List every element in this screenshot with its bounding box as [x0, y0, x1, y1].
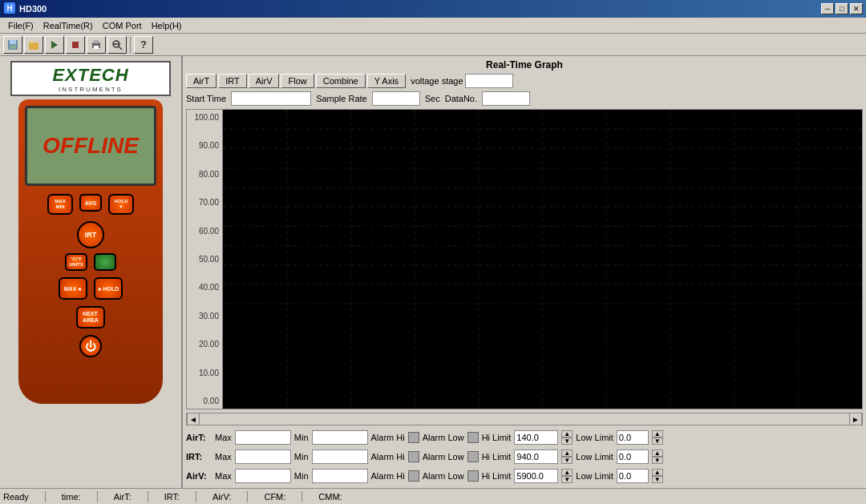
- voltage-label: voltage stage: [411, 76, 463, 86]
- tab-irt[interactable]: IRT: [218, 74, 247, 88]
- hi-limit-input-2[interactable]: [514, 469, 558, 483]
- close-button[interactable]: ✕: [850, 3, 863, 14]
- status-sep5: [247, 491, 248, 502]
- y-axis-label: 90.00: [188, 141, 221, 150]
- data-row: AirT: Max Min Alarm Hi Alarm Low Hi Limi…: [186, 429, 863, 446]
- alarm-low-label-0: Alarm Low: [423, 433, 464, 442]
- max-left-button[interactable]: MAX◄: [59, 277, 87, 300]
- hi-limit-up-2[interactable]: ▲: [561, 469, 573, 476]
- toolbar-open-button[interactable]: [24, 36, 43, 54]
- hi-limit-down-0[interactable]: ▼: [561, 437, 573, 445]
- title-bar-title: HD300: [19, 4, 818, 14]
- low-limit-down-2[interactable]: ▼: [652, 476, 663, 483]
- sample-rate-input[interactable]: [372, 91, 420, 106]
- low-limit-input-1[interactable]: [617, 450, 649, 464]
- next-area-button[interactable]: NEXTAREA: [76, 306, 105, 329]
- alarm-hi-box-0: [408, 432, 419, 443]
- svg-line-13: [119, 46, 122, 50]
- tab-flow[interactable]: Flow: [281, 74, 314, 88]
- tab-airv[interactable]: AirV: [249, 74, 280, 88]
- toolbar-print-button[interactable]: [87, 36, 106, 54]
- status-irt-label: IRT:: [164, 492, 180, 502]
- scroll-left-arrow[interactable]: ◄: [187, 413, 200, 425]
- hi-limit-input-0[interactable]: [514, 430, 558, 445]
- status-sep1: [45, 491, 46, 502]
- hold-button[interactable]: HOLD▼: [108, 194, 134, 215]
- green-button[interactable]: [94, 253, 116, 271]
- low-limit-spinner-0[interactable]: ▲ ▼: [652, 430, 663, 445]
- status-sep3: [148, 491, 148, 502]
- min-input-1[interactable]: [312, 450, 368, 464]
- toolbar-stop-button[interactable]: [66, 36, 85, 54]
- data-rows: AirT: Max Min Alarm Hi Alarm Low Hi Limi…: [186, 429, 863, 485]
- low-limit-up-0[interactable]: ▲: [652, 430, 663, 437]
- low-limit-input-0[interactable]: [617, 430, 649, 445]
- toolbar-zoom-button[interactable]: [107, 36, 127, 54]
- scroll-track[interactable]: [200, 413, 849, 425]
- toolbar-help-button[interactable]: ?: [134, 36, 153, 54]
- y-axis-label: 30.00: [188, 312, 221, 321]
- minimize-button[interactable]: ─: [821, 3, 834, 14]
- brand-name: EXTECH: [52, 65, 128, 86]
- y-axis-label: 80.00: [188, 170, 221, 179]
- low-limit-up-1[interactable]: ▲: [652, 450, 663, 457]
- hi-limit-up-1[interactable]: ▲: [561, 450, 573, 457]
- menu-file[interactable]: File(F): [3, 19, 38, 32]
- voltage-input[interactable]: [465, 74, 513, 88]
- toolbar-separator: [130, 37, 131, 53]
- device-body: OFFLINE MAXMIN AVG HOLD▼ IRT °C/°FUNITS: [18, 99, 163, 404]
- graph-grid-svg: [223, 110, 862, 409]
- hi-limit-spinner-2[interactable]: ▲ ▼: [561, 469, 573, 483]
- hi-limit-label-1: Hi Limit: [482, 452, 512, 462]
- hi-limit-spinner-1[interactable]: ▲ ▼: [561, 450, 573, 464]
- hi-limit-input-1[interactable]: [514, 450, 558, 464]
- low-limit-down-0[interactable]: ▼: [652, 437, 663, 445]
- data-no-label: DataNo.: [445, 94, 477, 103]
- y-axis-label: 70.00: [188, 198, 221, 207]
- menu-bar: File(F) RealTime(R) COM Port Help(H): [0, 18, 866, 34]
- menu-realtime[interactable]: RealTime(R): [38, 19, 98, 32]
- brand-sub: INSTRUMENTS: [59, 86, 123, 93]
- irt-button[interactable]: IRT: [77, 221, 104, 248]
- maximize-button[interactable]: □: [836, 3, 848, 14]
- max-input-1[interactable]: [235, 450, 291, 464]
- device-status: OFFLINE: [42, 133, 139, 159]
- hi-limit-down-1[interactable]: ▼: [561, 457, 573, 464]
- alarm-low-box-1: [467, 451, 479, 462]
- min-input-0[interactable]: [312, 430, 368, 445]
- low-limit-spinner-2[interactable]: ▲ ▼: [652, 469, 663, 483]
- toolbar-save-button[interactable]: [3, 36, 22, 54]
- min-label-2: Min: [294, 471, 309, 481]
- low-limit-up-2[interactable]: ▲: [652, 469, 663, 476]
- tab-combine[interactable]: Combine: [316, 74, 366, 88]
- start-time-input[interactable]: [231, 91, 311, 106]
- power-button[interactable]: ⏻: [79, 335, 102, 357]
- units-button[interactable]: °C/°FUNITS: [65, 253, 87, 271]
- max-input-2[interactable]: [235, 469, 291, 483]
- min-input-2[interactable]: [312, 469, 368, 483]
- toolbar-play-button[interactable]: [45, 36, 64, 54]
- max-input-0[interactable]: [235, 430, 291, 445]
- menu-help[interactable]: Help(H): [147, 19, 187, 32]
- hi-limit-spinner-0[interactable]: ▲ ▼: [561, 430, 573, 445]
- menu-comport[interactable]: COM Port: [98, 19, 147, 32]
- hi-limit-up-0[interactable]: ▲: [561, 430, 573, 437]
- low-limit-down-1[interactable]: ▼: [652, 457, 663, 464]
- tab-yaxis[interactable]: Y Axis: [367, 74, 406, 88]
- maxmin-button[interactable]: MAXMIN: [47, 194, 73, 215]
- title-bar-controls: ─ □ ✕: [821, 3, 863, 14]
- hi-limit-down-2[interactable]: ▼: [561, 476, 573, 483]
- tab-airt[interactable]: AirT: [186, 74, 216, 88]
- max-label-0: Max: [215, 433, 232, 442]
- min-label-0: Min: [294, 433, 309, 442]
- low-limit-spinner-1[interactable]: ▲ ▼: [652, 450, 663, 464]
- graph-scrollbar[interactable]: ◄ ►: [186, 413, 863, 425]
- data-no-input[interactable]: [482, 91, 530, 106]
- device-screen: OFFLINE: [25, 106, 156, 186]
- toolbar: ?: [0, 34, 866, 56]
- avg-button[interactable]: AVG: [79, 194, 102, 212]
- scroll-right-arrow[interactable]: ►: [849, 413, 862, 425]
- hold-right-button[interactable]: ►HOLD: [94, 277, 123, 300]
- data-row: AirV: Max Min Alarm Hi Alarm Low Hi Limi…: [186, 467, 863, 485]
- low-limit-input-2[interactable]: [617, 469, 649, 483]
